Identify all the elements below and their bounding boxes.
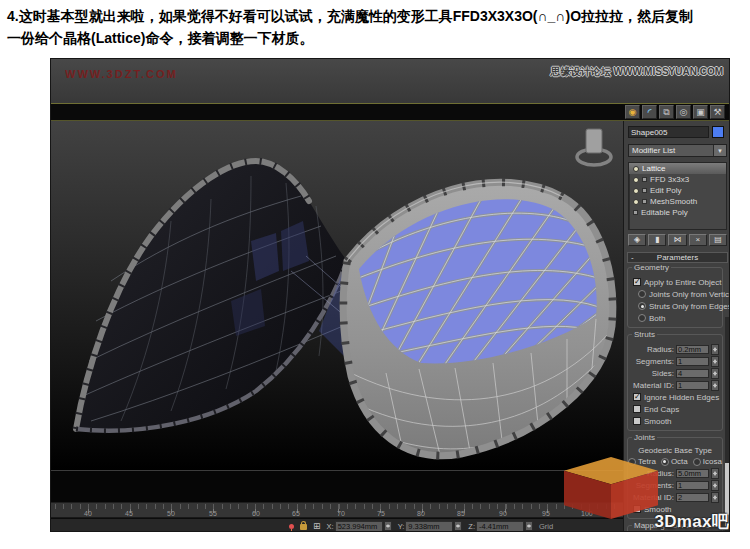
viewport-gizmo (577, 129, 611, 165)
modify-tab-icon[interactable]: ◜ (642, 105, 657, 119)
frame-label: 45 (125, 510, 133, 517)
perspective-viewport[interactable] (51, 121, 623, 470)
frame-label: 70 (337, 510, 345, 517)
viewport-lower-strip (51, 470, 623, 502)
checkbox-icon (633, 278, 641, 286)
struts-material-id-field[interactable]: Material ID: 1 (630, 379, 720, 391)
stack-item-lattice[interactable]: Lattice (629, 163, 726, 174)
struts-segments-field[interactable]: Segments: 1 (630, 355, 720, 367)
base-object-icon (633, 210, 638, 215)
page: 4.这时基本型就出来啦，如果觉得不好看可以试试，充满魔性的变形工具FFD3X3X… (0, 0, 750, 549)
octa-radio[interactable]: Octa (661, 457, 688, 466)
geodesic-base-type-label: Geodesic Base Type (630, 446, 720, 456)
object-name-input[interactable]: Shape005 (628, 126, 709, 138)
stack-item-edit-poly[interactable]: Edit Poly (629, 185, 726, 196)
keyframe-pin-icon[interactable] (289, 524, 294, 529)
struts-only-radio[interactable]: Struts Only from Edges (630, 300, 720, 312)
frame-label: 60 (252, 510, 260, 517)
both-radio[interactable]: Both (630, 312, 720, 324)
show-end-result-icon[interactable]: ▮ (648, 234, 666, 246)
x-value[interactable]: 523.994mm (335, 521, 383, 532)
3dsmax-window: WWW.3DZT.COM 思缘设计论坛 WWW.MISSYUAN.COM ◉ ◜… (50, 58, 730, 532)
radio-icon (638, 302, 646, 310)
spinner[interactable] (711, 492, 719, 503)
modifier-visibility-icon[interactable] (633, 166, 639, 172)
x-coordinate-field[interactable]: X: 523.994mm (327, 521, 392, 532)
checkbox-icon (633, 417, 641, 425)
spinner[interactable] (711, 344, 719, 355)
stack-item-ffd[interactable]: FFD 3x3x3 (629, 174, 726, 185)
selection-lock-icon[interactable] (300, 524, 307, 530)
collapse-icon[interactable]: - (631, 253, 634, 263)
viewport-3d-shape (51, 121, 623, 470)
motion-tab-icon[interactable]: ◎ (676, 105, 691, 119)
stack-item-meshsmooth[interactable]: MeshSmooth (629, 196, 726, 207)
end-caps-checkbox[interactable]: End Caps (630, 403, 720, 415)
absolute-mode-icon[interactable]: ⊞ (313, 522, 321, 531)
frame-label: 75 (377, 510, 385, 517)
radio-icon (693, 458, 701, 466)
watermark-bottom: 3Dmax吧 【www.linecg.com/tieba/1771】 (421, 510, 729, 532)
ignore-hidden-edges-checkbox[interactable]: Ignore Hidden Edges (630, 391, 720, 403)
spinner[interactable] (711, 356, 719, 367)
checkbox-icon (633, 393, 641, 401)
joints-only-radio[interactable]: Joints Only from Vertices (630, 288, 720, 300)
spinner[interactable] (711, 480, 719, 491)
struts-radius-field[interactable]: Radius: 0.2mm (630, 343, 720, 355)
utilities-tab-icon[interactable]: ⚒ (710, 105, 725, 119)
object-name-row: Shape005 (628, 126, 724, 138)
spinner[interactable] (711, 380, 719, 391)
frame-label: 55 (209, 510, 217, 517)
stack-toolbar: ◈ ▮ ⋈ × ▤ (628, 234, 727, 246)
struts-smooth-checkbox[interactable]: Smooth (630, 415, 720, 427)
panel-scrollbar[interactable] (725, 317, 730, 531)
parameters-rollout-header[interactable]: - Parameters (627, 252, 728, 263)
frame-label: 50 (167, 510, 175, 517)
chevron-down-icon[interactable]: ▼ (713, 145, 726, 156)
radio-icon (638, 290, 646, 298)
x-spinner[interactable] (384, 521, 392, 531)
watermark-top-right: 思缘设计论坛 WWW.MISSYUAN.COM (551, 65, 723, 79)
radio-icon (638, 314, 646, 322)
frame-label: 65 (292, 510, 300, 517)
sub-object-icon (642, 188, 647, 193)
window-header: WWW.3DZT.COM 思缘设计论坛 WWW.MISSYUAN.COM (51, 59, 730, 103)
spinner[interactable] (711, 368, 719, 379)
modifier-list-dropdown[interactable]: Modifier List ▼ (628, 144, 727, 157)
modifier-visibility-icon[interactable] (633, 188, 639, 194)
radio-icon (661, 458, 669, 466)
struts-sides-field[interactable]: Sides: 4 (630, 367, 720, 379)
spinner[interactable] (711, 468, 719, 479)
pin-stack-icon[interactable]: ◈ (628, 234, 646, 246)
configure-modifier-sets-icon[interactable]: ▤ (709, 234, 727, 246)
display-tab-icon[interactable]: ▣ (693, 105, 708, 119)
hierarchy-tab-icon[interactable]: ⧉ (659, 105, 674, 119)
modifier-visibility-icon[interactable] (633, 177, 639, 183)
sub-object-icon (642, 177, 647, 182)
sub-object-icon (642, 199, 647, 204)
icosa-radio[interactable]: Icosa (693, 457, 722, 466)
frame-label: 40 (84, 510, 92, 517)
create-tab-icon[interactable]: ◉ (625, 105, 640, 119)
command-panel-tabs: ◉ ◜ ⧉ ◎ ▣ ⚒ (625, 105, 729, 120)
tutorial-text: 4.这时基本型就出来啦，如果觉得不好看可以试试，充满魔性的变形工具FFD3X3X… (7, 5, 747, 49)
tutorial-line-1: 4.这时基本型就出来啦，如果觉得不好看可以试试，充满魔性的变形工具FFD3X3X… (7, 5, 747, 27)
watermark-top-left: WWW.3DZT.COM (65, 68, 178, 80)
make-unique-icon[interactable]: ⋈ (668, 234, 686, 246)
modifier-stack: Lattice FFD 3x3x3 Edit Poly MeshSmooth (628, 162, 727, 230)
checkbox-icon (633, 405, 641, 413)
remove-modifier-icon[interactable]: × (689, 234, 707, 246)
tutorial-line-2: 一份给个晶格(Lattice)命令，接着调整一下材质。 (7, 27, 747, 49)
stack-item-editable-poly[interactable]: Editable Poly (629, 207, 726, 218)
object-color-swatch[interactable] (712, 126, 724, 138)
apply-to-entire-object-checkbox[interactable]: Apply to Entire Object (630, 276, 720, 288)
struts-group: Struts Radius: 0.2mm Segments: 1 Sides: … (627, 334, 723, 431)
modifier-visibility-icon[interactable] (633, 199, 639, 205)
geometry-group: Geometry Apply to Entire Object Joints O… (627, 267, 723, 328)
